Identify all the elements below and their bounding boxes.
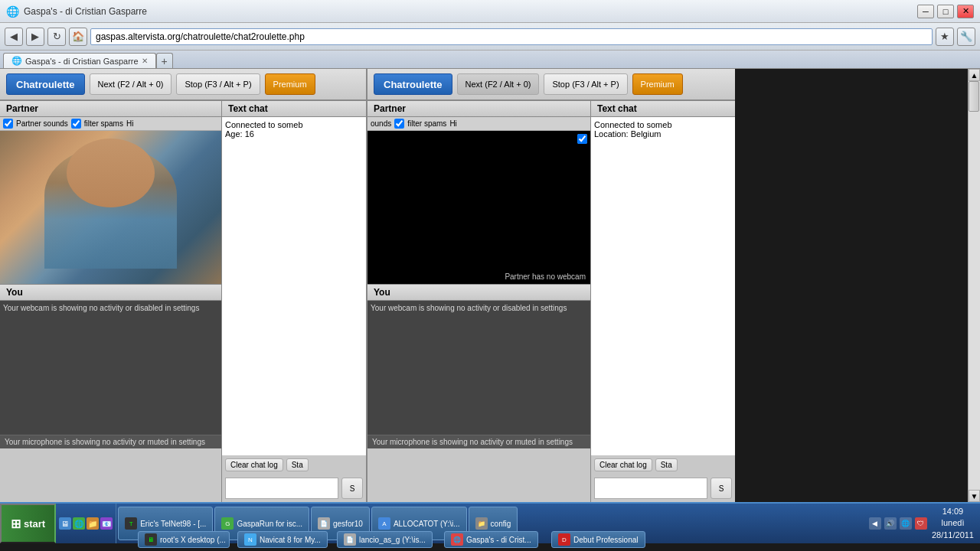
taskbar-item-debut[interactable]: D Debut Professional — [551, 531, 645, 543]
active-tab[interactable]: 🌐 Gaspa's - di Cristian Gasparre ✕ — [3, 53, 156, 68]
new-tab-button[interactable]: + — [156, 53, 173, 68]
scroll-up-button[interactable]: ▲ — [969, 69, 980, 81]
clear-chat-button-1[interactable]: Clear chat log — [225, 458, 283, 471]
you-section-2: You Your webcam is showing no activity o… — [368, 284, 590, 448]
bookmark-button[interactable]: ★ — [936, 28, 954, 46]
scroll-track[interactable] — [969, 81, 980, 490]
chat-label-1: Text chat — [222, 101, 366, 117]
taskbar-items: T Eric's TelNet98 - [... G GaspaRun for … — [116, 504, 863, 543]
taskbar-item-lancio[interactable]: 📄 lancio_as_g (Y:\is... — [337, 531, 433, 543]
chat-controls-2: Clear chat log Sta — [591, 455, 735, 474]
ql-icon-2[interactable]: 🌐 — [73, 517, 85, 530]
tab-bar: 🌐 Gaspa's - di Cristian Gasparre ✕ + — [0, 51, 980, 69]
chat-input-1[interactable] — [225, 478, 338, 499]
brand-button-2[interactable]: Chatroulette — [374, 73, 452, 95]
taskbar-item-navicat[interactable]: N Navicat 8 for My... — [237, 531, 328, 543]
systray-arrow[interactable]: ◀ — [869, 517, 881, 530]
filter-spams-label-2: filter spams — [407, 119, 446, 128]
home-button[interactable]: 🏠 — [69, 28, 87, 46]
title-bar-text: Gaspa's - di Cristian Gasparre — [24, 6, 917, 17]
refresh-button[interactable]: ↻ — [47, 28, 66, 46]
chat-msg-connected-1: Connected to someb — [225, 120, 363, 129]
root-label: root's X desktop (... — [160, 536, 226, 544]
chat-label-2: Text chat — [591, 101, 735, 117]
taskbar-item-gaspa[interactable]: 🌐 Gaspa's - di Crist... — [444, 531, 538, 543]
debut-label: Debut Professional — [573, 536, 639, 544]
start-button-1[interactable]: Sta — [286, 458, 309, 471]
clear-chat-button-2[interactable]: Clear chat log — [594, 458, 652, 471]
lancio-label: lancio_as_g (Y:\is... — [359, 536, 426, 544]
quick-launch: 🖥 🌐 📁 📧 — [56, 504, 116, 543]
premium-button-1[interactable]: Premium — [265, 73, 315, 95]
partner-video-2: Partner has no webcam — [368, 131, 590, 284]
scroll-down-button[interactable]: ▼ — [969, 490, 980, 502]
ql-icon-3[interactable]: 📁 — [87, 517, 99, 530]
chat-input-2[interactable] — [594, 478, 707, 499]
minimize-button[interactable]: ─ — [917, 5, 934, 18]
filter-spams-checkbox-2[interactable] — [394, 119, 404, 129]
stop-button-1[interactable]: Stop (F3 / Alt + P) — [176, 73, 260, 95]
you-section-1: You Your webcam is showing no activity o… — [0, 284, 221, 448]
start-button-2[interactable]: Sta — [655, 458, 678, 471]
brand-button-1[interactable]: Chatroulette — [6, 73, 85, 95]
maximize-button[interactable]: □ — [937, 5, 954, 18]
tab-close-button[interactable]: ✕ — [142, 57, 148, 65]
ql-icon-1[interactable]: 🖥 — [59, 517, 71, 530]
start-button[interactable]: ⊞ start — [0, 504, 56, 543]
chat-input-area-2: S — [591, 474, 735, 502]
chat-msg-connected-2: Connected to someb — [594, 120, 732, 129]
you-label-2: You — [368, 284, 590, 301]
back-button[interactable]: ◀ — [5, 28, 23, 46]
gesfor-icon: 📄 — [318, 517, 330, 530]
mic-msg-2: Your microphone is showing no activity o… — [368, 435, 590, 448]
hide-label-1: Hi — [126, 119, 133, 128]
partner-sounds-label-1: Partner sounds — [16, 119, 68, 128]
webpage-content: Chatroulette Next (F2 / Alt + 0) Stop (F… — [0, 69, 980, 502]
tools-button[interactable]: 🔧 — [957, 28, 975, 46]
vertical-scrollbar: ▲ ▼ — [968, 69, 980, 502]
gaspa-chrome-icon: 🌐 — [451, 533, 463, 543]
hide-label-2: Hi — [449, 119, 456, 128]
next-button-2[interactable]: Next (F2 / Alt + 0) — [457, 73, 540, 95]
telnet-label: Eric's TelNet98 - [... — [140, 520, 206, 528]
next-button-1[interactable]: Next (F2 / Alt + 0) — [90, 73, 172, 95]
partner-video-checkbox-2[interactable] — [577, 134, 587, 144]
partner-sounds-prefix-2: ounds — [371, 119, 391, 128]
send-button-1[interactable]: S — [341, 478, 363, 499]
clock: 14:09 lunedì 28/11/2011 — [932, 506, 974, 541]
window-controls: ─ □ ✕ — [917, 5, 974, 18]
close-button[interactable]: ✕ — [957, 5, 974, 18]
start-label: start — [24, 518, 45, 530]
panel-2-body: Partner ounds filter spams Hi Partner ha… — [368, 101, 735, 502]
panel-1-chat: Text chat Connected to someb Age: 16 Cle… — [222, 101, 366, 502]
webcam-msg-1: Your webcam is showing no activity or di… — [3, 304, 199, 312]
partner-video-1 — [0, 131, 221, 284]
clock-date: 28/11/2011 — [932, 530, 974, 541]
gasparun-icon: G — [221, 517, 234, 530]
webcam-msg-2: Your webcam is showing no activity or di… — [371, 304, 567, 312]
systray-speaker[interactable]: 🔊 — [884, 517, 897, 530]
systray-network[interactable]: 🌐 — [900, 517, 912, 530]
scroll-thumb[interactable] — [969, 81, 979, 112]
partner-sounds-checkbox-1[interactable] — [3, 119, 13, 129]
panel-2-toolbar: Chatroulette Next (F2 / Alt + 0) Stop (F… — [368, 69, 735, 101]
address-bar[interactable] — [90, 28, 933, 45]
nav-bar: ◀ ▶ ↻ 🏠 ★ 🔧 — [0, 23, 980, 51]
lancio-icon: 📄 — [344, 533, 356, 543]
filter-spams-checkbox-1[interactable] — [71, 119, 81, 129]
partner-section-2: Partner ounds filter spams Hi Partner ha… — [368, 101, 590, 284]
chat-messages-2: Connected to someb Location: Belgium — [591, 117, 735, 455]
partner-label-1: Partner — [0, 101, 221, 117]
gesfor-label: gesfor10 — [333, 520, 363, 528]
panel-2-video-section: Partner ounds filter spams Hi Partner ha… — [368, 101, 591, 502]
ql-icon-4[interactable]: 📧 — [100, 517, 113, 530]
telnet-icon: T — [125, 517, 137, 530]
taskbar-item-root[interactable]: 🖥 root's X desktop (... — [138, 531, 230, 543]
premium-button-2[interactable]: Premium — [632, 73, 683, 95]
send-button-2[interactable]: S — [710, 478, 732, 499]
browser-icon: 🌐 — [6, 5, 19, 18]
systray-security[interactable]: 🛡 — [915, 517, 927, 530]
stop-button-2[interactable]: Stop (F3 / Alt + P) — [544, 73, 627, 95]
forward-button[interactable]: ▶ — [26, 28, 44, 46]
navicat-icon: N — [244, 533, 256, 543]
